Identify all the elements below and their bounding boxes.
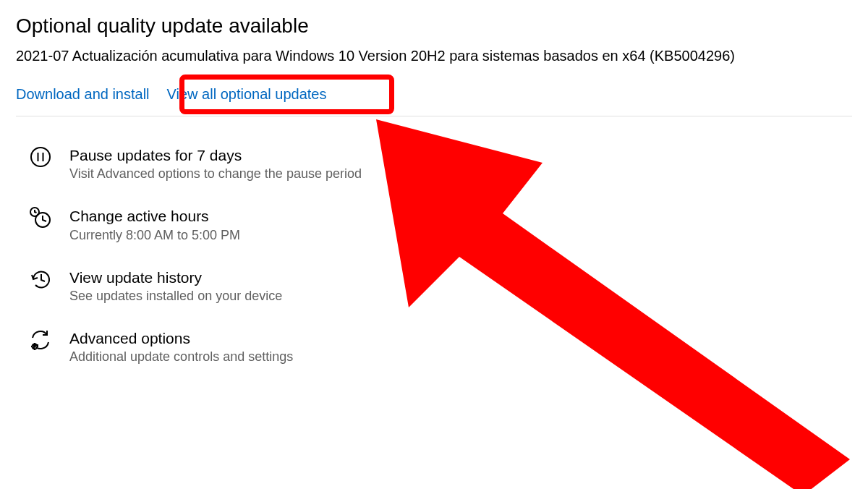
- option-subtitle: Additional update controls and settings: [69, 349, 293, 365]
- option-subtitle: Currently 8:00 AM to 5:00 PM: [69, 228, 240, 243]
- change-active-hours-option[interactable]: Change active hours Currently 8:00 AM to…: [29, 206, 852, 242]
- download-install-link[interactable]: Download and install: [16, 86, 150, 103]
- option-subtitle: Visit Advanced options to change the pau…: [69, 166, 362, 182]
- page-title: Optional quality update available: [16, 14, 852, 38]
- update-description: 2021-07 Actualización acumulativa para W…: [16, 48, 852, 64]
- pause-updates-option[interactable]: Pause updates for 7 days Visit Advanced …: [29, 145, 852, 182]
- pause-icon: [29, 145, 52, 169]
- advanced-options-option[interactable]: Advanced options Additional update contr…: [29, 328, 852, 365]
- history-icon: [29, 268, 52, 291]
- view-all-optional-updates-link[interactable]: View all optional updates: [167, 86, 327, 103]
- actions-row: Download and install View all optional u…: [16, 86, 852, 116]
- option-title: Change active hours: [69, 206, 240, 226]
- clock-schedule-icon: [29, 206, 52, 229]
- sync-gear-icon: [29, 328, 52, 352]
- svg-point-0: [31, 148, 50, 166]
- option-title: Pause updates for 7 days: [69, 145, 362, 165]
- options-list: Pause updates for 7 days Visit Advanced …: [16, 145, 852, 365]
- view-update-history-option[interactable]: View update history See updates installe…: [29, 268, 852, 304]
- option-title: Advanced options: [69, 328, 293, 348]
- option-title: View update history: [69, 268, 282, 287]
- option-subtitle: See updates installed on your device: [69, 289, 282, 304]
